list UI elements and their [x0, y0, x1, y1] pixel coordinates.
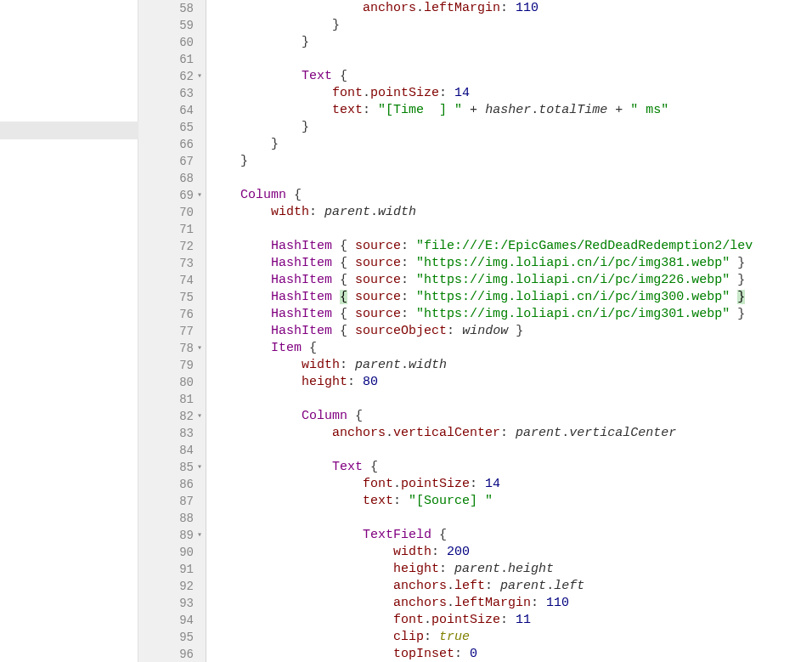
code-line[interactable]: Item {: [206, 340, 812, 357]
code-line[interactable]: clip: true: [206, 629, 812, 646]
token-punct: .: [447, 596, 454, 610]
file-explorer-panel[interactable]: [0, 0, 138, 662]
fold-marker-icon[interactable]: ▾: [195, 459, 205, 476]
code-line[interactable]: }: [206, 34, 812, 51]
gutter-row[interactable]: 85▾: [138, 459, 206, 476]
token-type: HashItem: [271, 239, 332, 253]
code-line[interactable]: anchors.left: parent.left: [206, 578, 812, 595]
gutter-row[interactable]: 58: [138, 0, 206, 17]
code-line[interactable]: [206, 51, 812, 68]
token-punct: {: [340, 69, 347, 83]
gutter-row[interactable]: 62▾: [138, 68, 206, 85]
code-line[interactable]: width: 200: [206, 544, 812, 561]
gutter-row[interactable]: 94: [138, 612, 206, 629]
code-line[interactable]: Column {: [206, 187, 812, 204]
code-line[interactable]: Column {: [206, 408, 812, 425]
code-line[interactable]: font.pointSize: 11: [206, 612, 812, 629]
token-punct: :: [439, 562, 454, 576]
token-punct: :: [447, 324, 462, 338]
fold-marker-icon[interactable]: ▾: [195, 527, 205, 544]
code-line[interactable]: height: parent.height: [206, 561, 812, 578]
code-line[interactable]: topInset: 0: [206, 646, 812, 662]
code-line[interactable]: [206, 442, 812, 459]
code-line[interactable]: HashItem { source: "https://img.loliapi.…: [206, 289, 812, 306]
gutter-row[interactable]: 71: [138, 221, 206, 238]
code-line[interactable]: [206, 510, 812, 527]
fold-marker-icon[interactable]: ▾: [195, 408, 205, 425]
gutter-row[interactable]: 68: [138, 170, 206, 187]
gutter-row[interactable]: 72: [138, 238, 206, 255]
gutter-row[interactable]: 91: [138, 561, 206, 578]
token-ident: left: [554, 579, 584, 593]
gutter-row[interactable]: 76: [138, 306, 206, 323]
code-line[interactable]: anchors.verticalCenter: parent.verticalC…: [206, 425, 812, 442]
gutter-row[interactable]: 93: [138, 595, 206, 612]
gutter-row[interactable]: 77: [138, 323, 206, 340]
gutter-row[interactable]: 70: [138, 204, 206, 221]
code-line[interactable]: [206, 391, 812, 408]
code-line[interactable]: anchors.leftMargin: 110: [206, 595, 812, 612]
gutter-row[interactable]: 73: [138, 255, 206, 272]
fold-marker-icon[interactable]: ▾: [195, 68, 205, 85]
code-line[interactable]: }: [206, 136, 812, 153]
gutter-row[interactable]: 96: [138, 646, 206, 662]
gutter-row[interactable]: 65: [138, 119, 206, 136]
code-line[interactable]: HashItem { source: "https://img.loliapi.…: [206, 255, 812, 272]
fold-marker-icon[interactable]: ▾: [195, 187, 205, 204]
token-punct: }: [302, 35, 309, 49]
line-number: 58: [179, 0, 194, 17]
code-line[interactable]: HashItem { source: "https://img.loliapi.…: [206, 272, 812, 289]
token-punct: {: [439, 528, 447, 542]
code-line[interactable]: width: parent.width: [206, 357, 812, 374]
code-line[interactable]: text: "[Time ] " + hasher.totalTime + " …: [206, 102, 812, 119]
gutter-row[interactable]: 84: [138, 442, 206, 459]
gutter-row[interactable]: 88: [138, 510, 206, 527]
code-line[interactable]: anchors.leftMargin: 110: [206, 0, 812, 17]
gutter-row[interactable]: 75: [138, 289, 206, 306]
gutter-row[interactable]: 59: [138, 17, 206, 34]
token-num: 0: [470, 647, 477, 661]
gutter-row[interactable]: 63: [138, 85, 206, 102]
gutter-row[interactable]: 86: [138, 476, 206, 493]
code-line[interactable]: height: 80: [206, 374, 812, 391]
gutter-row[interactable]: 82▾: [138, 408, 206, 425]
gutter-row[interactable]: 60: [138, 34, 206, 51]
code-line[interactable]: HashItem { sourceObject: window }: [206, 323, 812, 340]
gutter-row[interactable]: 79: [138, 357, 206, 374]
token-num: 110: [546, 596, 569, 610]
gutter-row[interactable]: 67: [138, 153, 206, 170]
gutter-row[interactable]: 74: [138, 272, 206, 289]
code-text-area[interactable]: anchors.leftMargin: 110 } } Text { font.…: [206, 0, 812, 662]
code-line[interactable]: width: parent.width: [206, 204, 812, 221]
line-number: 87: [179, 493, 194, 510]
code-line[interactable]: HashItem { source: "https://img.loliapi.…: [206, 306, 812, 323]
fold-marker-icon[interactable]: ▾: [195, 340, 205, 357]
code-line[interactable]: [206, 221, 812, 238]
code-line[interactable]: Text {: [206, 459, 812, 476]
gutter-row[interactable]: 87: [138, 493, 206, 510]
code-line[interactable]: }: [206, 153, 812, 170]
code-line[interactable]: }: [206, 119, 812, 136]
gutter-row[interactable]: 92: [138, 578, 206, 595]
code-line[interactable]: TextField {: [206, 527, 812, 544]
code-line[interactable]: Text {: [206, 68, 812, 85]
gutter-row[interactable]: 81: [138, 391, 206, 408]
gutter-row[interactable]: 69▾: [138, 187, 206, 204]
gutter-row[interactable]: 89▾: [138, 527, 206, 544]
code-line[interactable]: font.pointSize: 14: [206, 85, 812, 102]
line-number-gutter[interactable]: 5859606162▾63646566676869▾70717273747576…: [138, 0, 206, 662]
code-line[interactable]: HashItem { source: "file:///E:/EpicGames…: [206, 238, 812, 255]
gutter-row[interactable]: 64: [138, 102, 206, 119]
gutter-row[interactable]: 61: [138, 51, 206, 68]
gutter-row[interactable]: 80: [138, 374, 206, 391]
gutter-row[interactable]: 78▾: [138, 340, 206, 357]
code-line[interactable]: [206, 170, 812, 187]
code-line[interactable]: text: "[Source] ": [206, 493, 812, 510]
gutter-row[interactable]: 95: [138, 629, 206, 646]
code-line[interactable]: }: [206, 17, 812, 34]
gutter-row[interactable]: 66: [138, 136, 206, 153]
gutter-row[interactable]: 90: [138, 544, 206, 561]
selected-file-row[interactable]: [0, 122, 138, 139]
gutter-row[interactable]: 83: [138, 425, 206, 442]
code-line[interactable]: font.pointSize: 14: [206, 476, 812, 493]
